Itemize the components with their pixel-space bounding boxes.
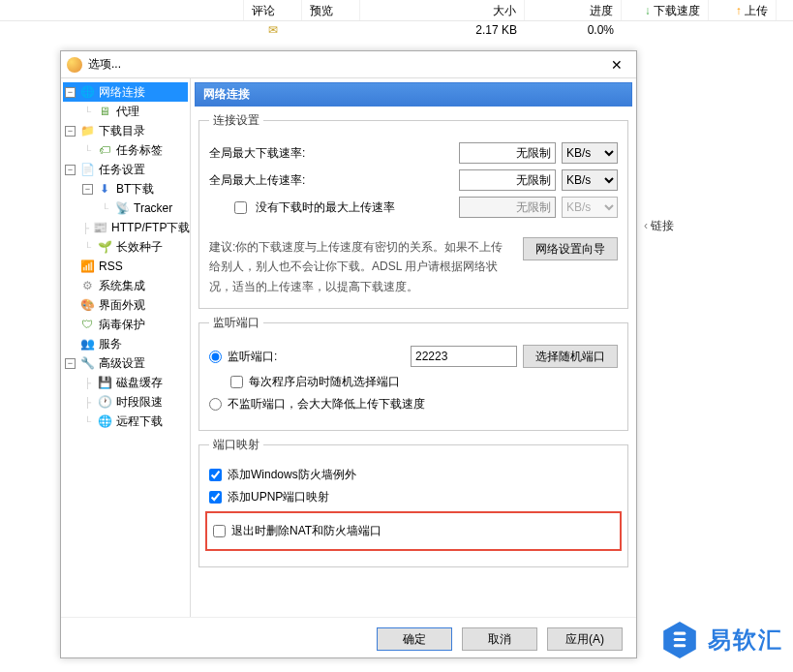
http-icon: 📰	[93, 220, 107, 235]
svg-rect-1	[674, 632, 686, 635]
collapse-icon[interactable]: −	[65, 87, 76, 98]
no-listen-label: 不监听端口，会大大降低上传下载速度	[228, 396, 425, 412]
collapse-icon[interactable]: −	[82, 184, 93, 195]
tree-disk[interactable]: ├💾磁盘缓存	[63, 373, 188, 392]
cancel-button[interactable]: 取消	[462, 627, 537, 651]
folder-icon: 📁	[79, 123, 95, 138]
dialog-footer: 确定 取消 应用(A)	[61, 617, 636, 660]
port-input[interactable]	[411, 346, 517, 367]
no-dl-up-label: 没有下载时的最大上传速率	[256, 199, 453, 216]
connection-legend: 连接设置	[209, 112, 263, 129]
seed-icon: 🌱	[97, 239, 112, 255]
watermark-icon	[659, 620, 700, 660]
firewall-checkbox[interactable]	[209, 469, 222, 481]
svg-rect-3	[674, 644, 686, 647]
tree-sys[interactable]: ⚙系统集成	[63, 276, 188, 295]
network-wizard-button[interactable]: 网络设置向导	[523, 237, 618, 260]
col-up-speed[interactable]: ↑ 上传	[709, 0, 777, 20]
dialog-title: 选项...	[88, 56, 603, 73]
max-down-label: 全局最大下载速率:	[209, 145, 453, 162]
remote-icon: 🌐	[97, 413, 112, 429]
apply-button[interactable]: 应用(A)	[547, 627, 623, 651]
bg-link-label[interactable]: ‹ 链接	[644, 218, 674, 234]
firewall-label: 添加Windows防火墙例外	[228, 467, 356, 483]
random-on-start-checkbox[interactable]	[230, 376, 243, 388]
tree-time[interactable]: ├🕐时段限速	[63, 392, 188, 412]
tree-seed[interactable]: └🌱长效种子	[63, 237, 188, 257]
upnp-checkbox[interactable]	[209, 491, 222, 504]
cell-size: 2.17 KB	[360, 21, 525, 41]
mail-icon: ✉	[268, 23, 278, 37]
panel-title: 网络连接	[195, 82, 632, 107]
no-dl-up-unit: KB/s	[562, 197, 618, 218]
titlebar[interactable]: 选项... ✕	[61, 51, 636, 78]
tree-ui[interactable]: 🎨界面外观	[63, 295, 188, 315]
max-up-label: 全局最大上传速率:	[209, 172, 453, 189]
connection-hint: 建议:你的下载速度与上传速度有密切的关系。如果不上传给别人，别人也不会让你下载。…	[209, 237, 513, 296]
max-up-unit[interactable]: KB/s	[562, 169, 618, 191]
rss-icon: 📶	[79, 259, 95, 274]
task-icon: 📄	[79, 162, 95, 177]
max-down-input[interactable]	[459, 142, 556, 164]
advanced-icon: 🔧	[79, 355, 95, 371]
random-on-start-label: 每次程序启动时随机选择端口	[249, 374, 400, 390]
no-listen-radio[interactable]	[209, 398, 222, 411]
tracker-icon: 📡	[114, 200, 130, 216]
tree-remote[interactable]: └🌐远程下载	[63, 412, 188, 431]
content-panel: 网络连接 连接设置 全局最大下载速率: KB/s 全局最大上传速率: KB/s …	[191, 78, 636, 617]
down-arrow-icon: ↓	[645, 4, 651, 17]
col-size[interactable]: 大小	[360, 0, 525, 20]
shield-icon: 🛡	[79, 317, 95, 332]
sys-icon: ⚙	[79, 278, 95, 293]
cell-progress: 0.0%	[525, 21, 622, 41]
options-dialog: 选项... ✕ −🌐网络连接 └🖥代理 −📁下载目录 └🏷任务标签 −📄任务设置…	[60, 50, 637, 658]
col-blank	[0, 0, 244, 20]
tree-proxy[interactable]: └🖥代理	[63, 102, 188, 121]
tree-advanced[interactable]: −🔧高级设置	[63, 353, 188, 373]
tree-rss[interactable]: 📶RSS	[63, 257, 188, 276]
no-dl-up-checkbox[interactable]	[234, 201, 247, 214]
listen-port-label: 监听端口:	[228, 349, 405, 365]
mapping-fieldset: 端口映射 添加Windows防火墙例外 添加UPNP端口映射 退出时删除NAT和…	[198, 437, 628, 567]
tree-http[interactable]: ├📰HTTP/FTP下载	[63, 218, 188, 237]
options-tree: −🌐网络连接 └🖥代理 −📁下载目录 └🏷任务标签 −📄任务设置 −⬇BT下载 …	[61, 78, 191, 617]
disk-icon: 💾	[97, 375, 112, 390]
tree-service[interactable]: 👥服务	[63, 334, 188, 353]
random-port-button[interactable]: 选择随机端口	[523, 345, 618, 368]
ok-button[interactable]: 确定	[377, 627, 452, 651]
col-progress[interactable]: 进度	[525, 0, 622, 20]
remove-on-exit-checkbox[interactable]	[213, 525, 226, 537]
watermark: 易软汇	[659, 620, 783, 660]
app-icon	[67, 57, 82, 73]
ui-icon: 🎨	[79, 297, 95, 313]
remove-on-exit-label: 退出时删除NAT和防火墙端口	[231, 523, 381, 539]
max-down-unit[interactable]: KB/s	[562, 142, 618, 164]
tree-network[interactable]: −🌐网络连接	[63, 82, 188, 102]
col-down-speed[interactable]: ↓ 下载速度	[622, 0, 709, 20]
col-comment[interactable]: 评论	[244, 0, 302, 20]
close-button[interactable]: ✕	[603, 57, 630, 73]
service-icon: 👥	[79, 336, 95, 351]
highlight-annotation: 退出时删除NAT和防火墙端口	[205, 511, 622, 551]
listen-port-radio[interactable]	[209, 351, 222, 363]
clock-icon: 🕐	[97, 394, 112, 410]
tree-task-tag[interactable]: └🏷任务标签	[63, 140, 188, 160]
collapse-icon[interactable]: −	[65, 126, 76, 137]
collapse-icon[interactable]: −	[65, 165, 76, 175]
connection-fieldset: 连接设置 全局最大下载速率: KB/s 全局最大上传速率: KB/s 没有下载时…	[198, 112, 628, 309]
upnp-label: 添加UPNP端口映射	[228, 489, 329, 505]
tree-task-settings[interactable]: −📄任务设置	[63, 160, 188, 179]
collapse-icon[interactable]: −	[65, 358, 76, 369]
bt-icon: ⬇	[97, 181, 112, 197]
no-dl-up-input	[459, 197, 556, 218]
max-up-input[interactable]	[459, 169, 556, 191]
background-table: 评论 预览 大小 进度 ↓ 下载速度 ↑ 上传 ✉ 2.17 KB 0.0%	[0, 0, 793, 41]
tree-bt[interactable]: −⬇BT下载	[63, 179, 188, 199]
tag-icon: 🏷	[97, 142, 112, 158]
tree-virus[interactable]: 🛡病毒保护	[63, 315, 188, 334]
tree-tracker[interactable]: └📡Tracker	[63, 199, 188, 218]
svg-rect-2	[674, 638, 686, 641]
tree-download-dir[interactable]: −📁下载目录	[63, 121, 188, 140]
col-preview[interactable]: 预览	[302, 0, 360, 20]
mapping-legend: 端口映射	[209, 437, 263, 453]
